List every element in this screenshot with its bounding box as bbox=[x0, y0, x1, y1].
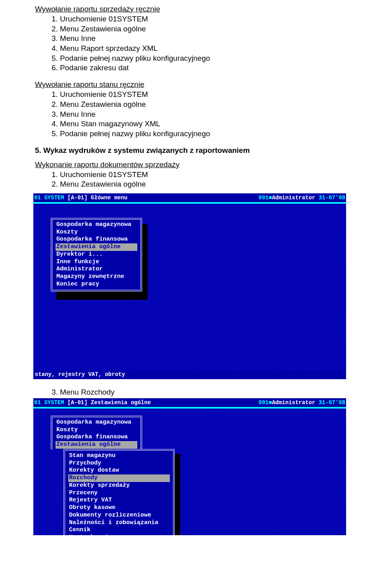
menu-item[interactable]: Inne funkcje bbox=[56, 258, 137, 266]
terminal-date: 31-07'08 bbox=[319, 195, 345, 201]
list-item: 1. Uruchomienie 01SYSTEM bbox=[52, 14, 345, 24]
list-stock-report: 1. Uruchomienie 01SYSTEM 2. Menu Zestawi… bbox=[35, 90, 345, 139]
list-item: 6. Podanie zakresu dat bbox=[52, 63, 345, 73]
menu-item[interactable]: Magazyny zewnętrzne bbox=[56, 273, 137, 281]
step-menu-rozchody: 3. Menu Rozchody bbox=[35, 388, 345, 397]
submenu-item[interactable]: Należności i zobowiązania bbox=[68, 519, 170, 527]
menu-item-selected[interactable]: Zestawienia ogólne bbox=[56, 441, 137, 449]
terminal-id: 001■ bbox=[259, 195, 272, 201]
menu-item[interactable]: Koszty bbox=[56, 426, 137, 434]
menu-item[interactable]: Gospodarka magazynowa bbox=[56, 221, 137, 229]
terminal-id: 001■ bbox=[259, 399, 272, 406]
submenu-item-selected[interactable]: Rozchody bbox=[68, 474, 170, 482]
list-sales-report: 1. Uruchomienie 01SYSTEM 2. Menu Zestawi… bbox=[35, 14, 345, 73]
list-execute-sales: 1. Uruchomienie 01SYSTEM 2. Menu Zestawi… bbox=[35, 170, 345, 189]
outer-menu-box[interactable]: Gospodarka magazynowa Koszty Gospodarka … bbox=[51, 416, 142, 449]
section-title-execute-sales: Wykonanie raportu dokumentów sprzedaży bbox=[35, 160, 345, 169]
submenu-item[interactable]: Cennik bbox=[68, 526, 170, 534]
submenu-item[interactable]: Korekty dostaw bbox=[68, 467, 170, 474]
submenu-item[interactable]: Rejestry VAT bbox=[68, 497, 170, 504]
section-title-stock-report: Wywołanie raportu stanu ręcznie bbox=[35, 80, 345, 89]
terminal-app-name: 01 SYSTEM bbox=[34, 195, 67, 201]
terminal-app-name: 01 SYSTEM bbox=[34, 399, 67, 406]
list-item: 5. Podanie pełnej nazwy pliku konfigurac… bbox=[52, 54, 345, 64]
list-item: 4. Menu Stan magazynowy XML bbox=[52, 119, 345, 129]
submenu-item[interactable]: Dokumenty rozliczeniowe bbox=[68, 512, 170, 519]
submenu-item[interactable]: Kontrahenci bbox=[68, 534, 170, 535]
terminal-screen-title: [A-01] Zestawienia ogólne bbox=[67, 399, 151, 406]
menu-item[interactable]: Gospodarka finansowa bbox=[56, 434, 137, 441]
menu-item[interactable]: Administrator bbox=[56, 266, 137, 273]
terminal-zestawienia: 01 SYSTEM [A-01] Zestawienia ogólne 001■… bbox=[33, 398, 346, 535]
list-item: 4. Menu Raport sprzedazy XML bbox=[52, 44, 345, 54]
terminal-title-bar: 01 SYSTEM [A-01] Zestawienia ogólne 001■… bbox=[33, 398, 346, 407]
submenu-item[interactable]: Korekty sprzedaży bbox=[68, 482, 170, 490]
main-menu-box[interactable]: Gospodarka magazynowa Koszty Gospodarka … bbox=[51, 218, 142, 291]
submenu-item[interactable]: Przeceny bbox=[68, 490, 170, 497]
list-item: 1. Uruchomienie 01SYSTEM bbox=[52, 170, 345, 180]
menu-item-selected[interactable]: Zestawienia ogólne bbox=[56, 243, 137, 251]
submenu-item[interactable]: Obroty kasowe bbox=[68, 504, 170, 512]
terminal-main-menu: 01 SYSTEM [A-01] Główne menu 001■Adminis… bbox=[33, 193, 346, 379]
submenu-item[interactable]: Stan magazynu bbox=[68, 452, 170, 460]
menu-item[interactable]: Koniec pracy bbox=[56, 281, 137, 288]
terminal-date: 31-07'08 bbox=[319, 399, 345, 406]
list-item: 3. Menu Inne bbox=[52, 34, 345, 44]
list-item: 2. Menu Zestawienia ogólne bbox=[52, 24, 345, 34]
list-item: 2. Menu Zestawienia ogólne bbox=[52, 100, 345, 110]
section-title-printouts: 5. Wykaz wydruków z systemu związanych z… bbox=[35, 146, 345, 155]
terminal-user: Administrator bbox=[272, 399, 319, 406]
list-item: 5. Podanie pełnej nazwy pliku konfigurac… bbox=[52, 129, 345, 139]
section-title-sales-report: Wywołanie raportu sprzedaży ręcznie bbox=[35, 5, 345, 13]
menu-item[interactable]: Dyrektor i... bbox=[56, 251, 137, 258]
terminal-screen-title: [A-01] Główne menu bbox=[67, 195, 127, 201]
submenu-box[interactable]: Stan magazynu Przychody Korekty dostaw R… bbox=[64, 449, 175, 535]
menu-item[interactable]: Gospodarka magazynowa bbox=[56, 419, 137, 426]
terminal-user: Administrator bbox=[272, 195, 319, 201]
terminal-status-bar: stany, rejestry VAT, obroty bbox=[33, 370, 346, 379]
menu-item[interactable]: Gospodarka finansowa bbox=[56, 236, 137, 243]
list-item: 1. Uruchomienie 01SYSTEM bbox=[52, 90, 345, 100]
submenu-item[interactable]: Przychody bbox=[68, 460, 170, 467]
terminal-title-bar: 01 SYSTEM [A-01] Główne menu 001■Adminis… bbox=[33, 193, 346, 202]
menu-item[interactable]: Koszty bbox=[56, 229, 137, 236]
list-item: 3. Menu Inne bbox=[52, 110, 345, 120]
list-item: 2. Menu Zestawienia ogólne bbox=[52, 179, 345, 189]
